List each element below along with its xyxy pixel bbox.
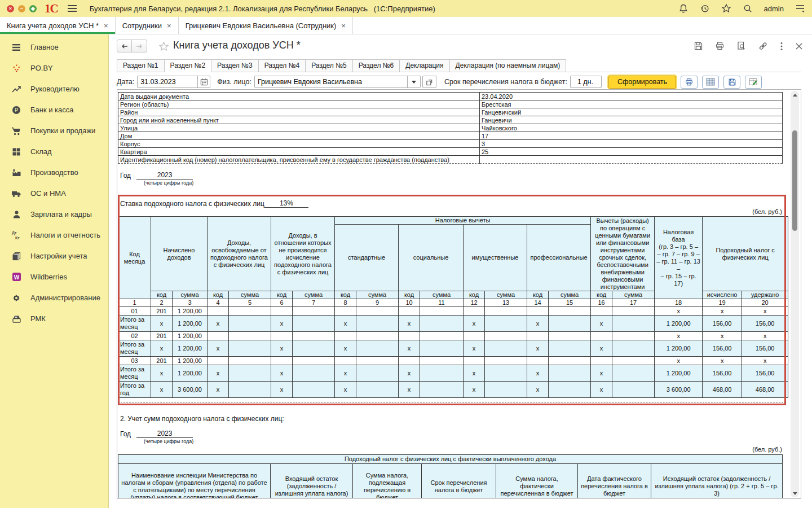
dtkt-icon: ДтКт [11,230,22,240]
table-cell: x [335,340,356,357]
sidebar-item-poby[interactable]: PO.BY [0,58,108,78]
search-icon[interactable] [743,3,753,14]
window-maximize-icon[interactable]: ◆ [29,5,37,12]
print-button[interactable] [681,76,698,89]
sidebar-item-gear[interactable]: Администрирование [0,287,108,308]
info-value-cell [480,156,783,164]
info-label-cell: Корпус [118,140,480,148]
scroll-down-icon[interactable] [791,489,799,497]
term-input[interactable] [571,76,600,87]
person-field[interactable] [254,76,421,88]
table-cell: 156,00 [703,316,742,332]
user-menu-icon[interactable] [795,4,805,13]
open-person-button[interactable] [422,76,436,88]
generate-button[interactable]: Сформировать [608,76,676,89]
back-button[interactable] [117,40,132,52]
table-cell: 201 [151,357,173,365]
tab-close-icon[interactable]: × [104,21,108,30]
date-input[interactable] [138,76,197,87]
current-user[interactable]: admin [764,5,784,13]
table-cell [335,307,356,316]
sidebar-item-pages[interactable]: Настройки учета [0,246,108,266]
table-cell [420,357,464,365]
table-cell [356,382,399,398]
table-cell: x [655,357,703,365]
sidebar-item-home-menu[interactable]: Главное [0,37,108,58]
section-tab[interactable]: Раздел №4 [258,59,306,72]
scrollbar-thumb[interactable] [792,130,797,231]
close-icon[interactable] [795,42,803,52]
col-numbers-row: 1234567891011121314151617181920 [118,299,788,307]
sidebar-item-dtkt[interactable]: ДтКтНалоги и отчетность [0,225,108,246]
table-cell: x [703,332,742,340]
table-cell [612,357,655,365]
spreadsheet-document[interactable]: Дата выдачи документа23.04.2020Регион (о… [118,90,788,498]
tab-close-icon[interactable]: × [341,21,346,30]
section-tab[interactable]: Раздел №5 [305,59,353,72]
table-cell [527,332,549,340]
favorite-star-icon[interactable] [158,41,169,54]
section-tab[interactable]: Раздел №1 [117,59,165,72]
table-cell [591,357,612,365]
section-tab[interactable]: Раздел №2 [164,59,212,72]
bell-icon[interactable] [678,3,689,14]
table-cell [399,332,420,340]
sidebar-item-cart[interactable]: Покупки и продажи [0,120,108,141]
table-cell [420,340,464,357]
scroll-up-icon[interactable] [791,91,799,99]
calendar-icon[interactable] [197,76,210,87]
document-tab[interactable]: Книга учета доходов УСН *× [0,17,116,34]
section-tab[interactable]: Раздел №3 [211,59,259,72]
sidebar-item-bank-ruble[interactable]: ₽Банк и касса [0,99,108,120]
date-field[interactable] [137,76,210,88]
more-icon[interactable] [780,42,783,53]
sidebar-item-warehouse-grid[interactable]: Склад [0,141,108,162]
window-close-icon[interactable]: × [7,5,14,12]
link-icon[interactable] [758,41,768,53]
section-tab[interactable]: Раздел №6 [352,59,400,72]
gear-icon [11,294,22,303]
table-cell: x [151,365,173,382]
save-icon[interactable] [694,41,703,53]
spreadsheet-button[interactable] [702,76,719,89]
forward-button[interactable] [132,40,147,52]
sidebar-item-person[interactable]: Зарплата и кадры [0,204,108,225]
table-cell [271,357,293,365]
code-header-cell: код [399,291,420,299]
save-button[interactable] [723,76,740,89]
vertical-scrollbar[interactable] [791,91,799,497]
print-icon[interactable] [715,41,725,53]
sidebar-item-factory[interactable]: Производство [0,162,108,183]
info-label-cell: Квартира [118,148,480,156]
person-input[interactable] [255,76,407,87]
col-header-deductions-band: Налоговые вычеты [335,217,591,225]
section-tab[interactable]: Декларация [399,59,449,72]
edit-table-button[interactable] [745,76,762,89]
window-minimize-icon[interactable]: − [18,5,25,12]
chevron-down-icon[interactable] [407,76,420,87]
info-row: Регион (область)Брестская [118,100,783,108]
preview-icon[interactable] [736,41,746,53]
document-tab[interactable]: Сотрудники× [116,17,179,34]
sidebar-item-chart-up[interactable]: Руководителю [0,78,108,99]
code-header-cell: код [208,291,229,299]
table-cell [356,357,399,365]
history-icon[interactable] [700,3,710,14]
document-tab[interactable]: Грицкевич Евдокия Васильевна (Сотрудник)… [179,17,353,34]
star-icon[interactable] [721,3,731,14]
col-number-cell: 15 [549,299,591,307]
col-number-cell: 4 [208,299,229,307]
info-row: Дата выдачи документа23.04.2020 [118,93,783,100]
tab-close-icon[interactable]: × [167,21,171,30]
sidebar-item-truck[interactable]: ОС и НМА [0,183,108,204]
section-tab[interactable]: Декларация (по наемным лицам) [449,59,567,72]
info-row: Корпус3 [118,140,783,148]
term-field[interactable] [570,76,602,88]
table-cell [399,357,420,365]
sidebar-item-wildberries[interactable]: WWildberries [0,266,108,287]
table-cell: Итого за месяц [118,316,151,332]
table-cell: x [208,340,229,357]
sidebar-item-pos[interactable]: РМК [0,308,108,329]
main-menu-icon[interactable] [67,5,77,12]
col-header-no-calc: Доходы, в отношении которых не производи… [271,217,335,291]
